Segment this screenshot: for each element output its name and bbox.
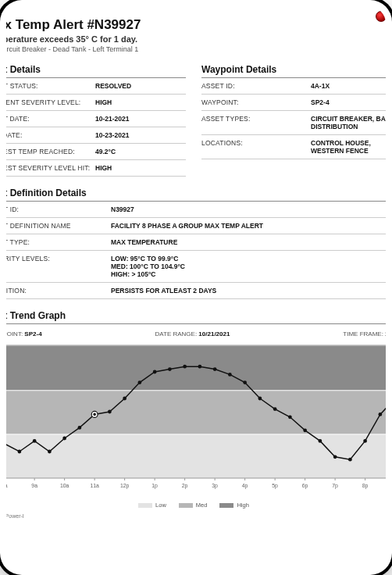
kv-value: PERSISTS FOR ATLEAST 2 DAYS [111,287,386,295]
waypoint-details-col: Waypoint Details ASSET ID:4A-1XWAYPOINT:… [201,53,386,177]
svg-text:2p: 2p [182,483,188,489]
kv-value: RESOLVED [95,82,186,90]
kv-value: MAX TEMPERATURE [111,238,386,246]
kv-label: ALERT DEFINITION NAME [6,222,111,230]
svg-point-64 [93,413,96,416]
kv-label: ASSET TYPES: [201,115,311,130]
svg-point-51 [228,373,232,377]
definition-details-heading: Alert Definition Details [6,188,386,202]
svg-point-39 [48,450,52,454]
kv-row: HIGHEST TEMP REACHED:49.2°C [6,144,186,160]
kv-row: LOCATIONS:CONTROL HOUSE, WESTERN FENCE [201,135,386,159]
kv-row: ASSET ID:4A-1X [201,78,386,95]
svg-point-48 [183,365,187,369]
legend-med: Med [179,502,208,509]
kv-label: ASSET ID: [201,82,311,90]
chart-legend: Low Med High [6,502,386,509]
svg-point-43 [108,410,112,414]
kv-value: CIRCUIT BREAKER, BAR DISTRIBUTION [311,115,386,130]
kv-value: 49.2°C [95,148,186,155]
svg-point-41 [78,426,82,430]
legend-high: High [219,502,248,509]
svg-text:8p: 8p [362,483,369,489]
svg-text:11a: 11a [90,483,99,488]
alert-details-col: Alert Details ALERT STATUS:RESOLVEDCURRE… [6,53,186,177]
kv-label: ALERT TYPE: [6,238,111,246]
kv-value: 4A-1X [311,82,386,90]
kv-label: LOCATIONS: [201,139,311,155]
kv-row: HIGHEST SEVERITY LEVEL HIT:HIGH [6,160,186,177]
kv-label: HIGHEST TEMP REACHED: [6,148,95,155]
svg-text:9a: 9a [31,483,37,488]
footer-text: © 2022 Power-I [6,513,386,519]
details-two-col: Alert Details ALERT STATUS:RESOLVEDCURRE… [6,53,386,177]
svg-text:12p: 12p [120,483,130,489]
page-subtitle-2: SF₆ Circuit Breaker - Dead Tank - Left T… [6,45,386,53]
legend-low: Low [138,502,166,509]
screen: POW Max Temp Alert #N39927 Temperature e… [6,6,386,569]
svg-point-44 [123,397,127,401]
kv-label: ALERT ID: [6,205,111,213]
waypoint-details-heading: Waypoint Details [201,64,386,78]
page-subtitle: Temperature exceeds 35° C for 1 day. [6,34,386,44]
kv-row: CURRENT SEVERITY LEVEL:HIGH [6,95,186,111]
svg-point-46 [153,370,157,374]
kv-label: ALERT STATUS: [6,82,95,90]
kv-row: ASSET TYPES:CIRCUIT BREAKER, BAR DISTRIB… [201,111,386,135]
svg-text:1p: 1p [151,483,158,489]
svg-point-45 [138,380,142,384]
kv-row: ALERT STATUS:RESOLVED [6,78,186,95]
svg-point-49 [198,365,202,369]
svg-point-61 [379,412,383,416]
kv-value: LOW: 95°C TO 99.9°CMED: 100°C TO 104.9°C… [111,255,386,278]
kv-value: N39927 [111,205,386,213]
svg-text:8a: 8a [6,483,8,488]
kv-label: SEVERITY LEVELS: [6,255,111,278]
trend-daterange: DATE RANGE: 10/21/2021 [155,330,230,338]
svg-text:3p: 3p [212,483,218,489]
svg-point-58 [333,455,337,459]
kv-value: FACILITY 8 PHASE A GROUP MAX TEMP ALERT [111,222,386,230]
trend-waypoint: WAYPOINT: SP2-4 [6,330,42,338]
kv-value: HIGH [95,98,186,106]
svg-point-47 [168,367,172,371]
kv-label: WAYPOINT: [201,98,311,106]
report-content: POW Max Temp Alert #N39927 Temperature e… [6,6,386,527]
svg-point-52 [243,380,247,384]
kv-row: ALERT TYPE:MAX TEMPERATURE [6,234,386,251]
svg-point-55 [288,415,292,419]
svg-point-50 [213,367,217,371]
kv-label: CURRENT SEVERITY LEVEL: [6,98,95,106]
svg-text:5p: 5p [272,483,278,489]
svg-text:7p: 7p [332,483,338,489]
kv-row: ALERT DEFINITION NAMEFACILITY 8 PHASE A … [6,218,386,234]
kv-label: HIGHEST SEVERITY LEVEL HIT: [6,164,95,172]
svg-point-54 [273,407,277,411]
svg-point-37 [18,450,22,454]
kv-row: WAYPOINT:SP2-4 [201,95,386,111]
svg-point-40 [62,437,66,441]
device-frame: POW Max Temp Alert #N39927 Temperature e… [0,0,392,575]
kv-value: SP2-4 [311,98,386,106]
kv-value: 10-21-2021 [95,115,186,123]
svg-text:6p: 6p [302,483,308,489]
svg-rect-3 [6,434,386,478]
trend-chart: 8a9a10a11a12p1p2p3p4p5p6p7p8p9p [6,341,386,497]
svg-point-60 [363,439,367,443]
kv-value: HIGH [95,164,186,172]
kv-row: CONDITION:PERSISTS FOR ATLEAST 2 DAYS [6,283,386,299]
kv-row: SEVERITY LEVELS:LOW: 95°C TO 99.9°CMED: … [6,251,386,283]
trend-timeframe: TIME FRAME: 12 H [343,330,386,338]
kv-label: START DATE: [6,115,95,123]
svg-rect-1 [6,345,386,391]
logo-circle-icon [376,11,386,22]
trend-heading: Alert Trend Graph [6,310,386,324]
kv-row: START DATE:10-21-2021 [6,111,186,127]
svg-text:10a: 10a [60,483,69,488]
page-title: Max Temp Alert #N39927 [6,17,386,33]
svg-text:4p: 4p [242,483,248,489]
svg-point-57 [319,439,323,443]
kv-value: 10-23-2021 [95,131,186,139]
svg-point-59 [348,458,352,462]
kv-label: END DATE: [6,131,95,139]
